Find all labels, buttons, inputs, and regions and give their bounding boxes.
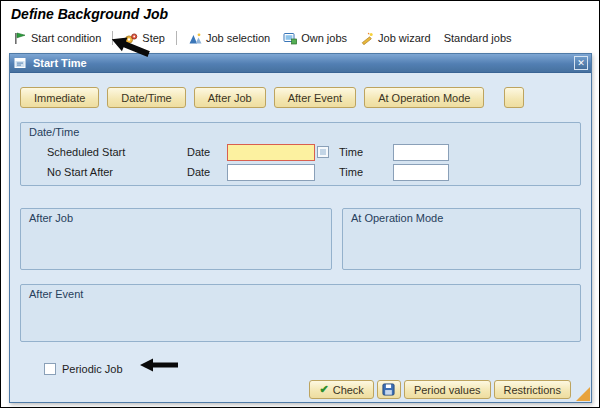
time-label: Time (339, 166, 363, 178)
periodic-job-row: Periodic Job (44, 363, 123, 375)
at-operation-mode-group: At Operation Mode (342, 208, 581, 270)
date-time-button[interactable]: Date/Time (107, 87, 185, 108)
flag-icon (13, 32, 27, 45)
monitor-icon (283, 32, 297, 45)
time-label: Time (339, 146, 363, 158)
job-selection-icon (188, 32, 202, 45)
own-jobs-label: Own jobs (301, 32, 347, 44)
standard-jobs-button[interactable]: Standard jobs (442, 30, 514, 46)
job-selection-label: Job selection (206, 32, 270, 44)
job-selection-button[interactable]: Job selection (186, 30, 272, 47)
restrictions-button[interactable]: Restrictions (494, 380, 571, 399)
after-event-group: After Event (20, 284, 581, 342)
resize-grip[interactable] (576, 387, 590, 401)
start-condition-label: Start condition (31, 32, 101, 44)
periodic-job-checkbox[interactable] (44, 363, 56, 375)
dialog-body: Immediate Date/Time After Job After Even… (10, 73, 591, 402)
window-icon (14, 57, 28, 70)
scheduled-start-date-input[interactable] (227, 144, 315, 161)
standard-jobs-label: Standard jobs (444, 32, 512, 44)
check-label: Check (333, 384, 364, 396)
period-values-button[interactable]: Period values (404, 380, 491, 399)
black-arrow-icon (140, 357, 178, 377)
no-start-after-date-input[interactable] (227, 164, 315, 181)
group-title-at-operation-mode: At Operation Mode (351, 212, 443, 224)
dialog-titlebar[interactable]: Start Time ✕ (10, 54, 591, 73)
job-wizard-button[interactable]: Job wizard (358, 30, 433, 47)
start-condition-button[interactable]: Start condition (11, 30, 103, 47)
start-type-button-row: Immediate Date/Time After Job After Even… (20, 87, 581, 108)
date-time-group: Date/Time Scheduled Start Date Time No S… (20, 122, 581, 186)
periodic-job-label: Periodic Job (62, 363, 123, 375)
check-button[interactable]: ✔ Check (309, 380, 373, 399)
save-button[interactable] (377, 380, 401, 399)
date-label: Date (187, 146, 210, 158)
scheduled-start-label: Scheduled Start (47, 146, 125, 158)
check-icon: ✔ (319, 383, 328, 396)
start-time-dialog: Start Time ✕ Immediate Date/Time After J… (9, 53, 592, 403)
no-start-after-time-input[interactable] (393, 164, 449, 181)
dialog-footer: ✔ Check Period values Restrictions (309, 380, 571, 399)
blank-button[interactable] (504, 87, 524, 108)
application-toolbar: Start condition Step Job selection Own j… (11, 28, 593, 48)
after-job-group: After Job (20, 208, 332, 270)
group-title-date-time: Date/Time (29, 126, 79, 138)
close-icon[interactable]: ✕ (574, 56, 588, 70)
no-start-after-label: No Start After (47, 166, 113, 178)
after-event-button[interactable]: After Event (274, 87, 356, 108)
after-job-button[interactable]: After Job (194, 87, 266, 108)
wand-icon (360, 32, 374, 45)
no-start-after-row: No Start After Date Time (21, 164, 580, 182)
sap-window: Define Background Job Start condition St… (0, 0, 600, 408)
group-title-after-event: After Event (29, 288, 83, 300)
immediate-button[interactable]: Immediate (20, 87, 99, 108)
at-operation-mode-button[interactable]: At Operation Mode (364, 87, 484, 108)
scheduled-start-row: Scheduled Start Date Time (21, 144, 580, 162)
input-help-icon[interactable] (317, 146, 329, 158)
group-title-after-job: After Job (29, 212, 73, 224)
own-jobs-button[interactable]: Own jobs (281, 30, 349, 47)
job-wizard-label: Job wizard (378, 32, 431, 44)
toolbar-separator (176, 31, 177, 45)
scheduled-start-time-input[interactable] (393, 144, 449, 161)
floppy-icon (382, 383, 395, 396)
dialog-title: Start Time (33, 57, 569, 69)
page-title: Define Background Job (11, 6, 168, 22)
date-label: Date (187, 166, 210, 178)
